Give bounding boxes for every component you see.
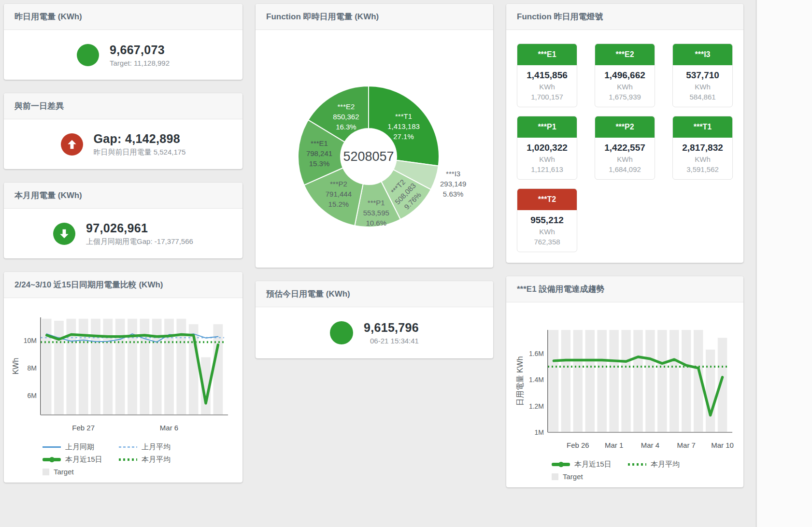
red-arrow-up-icon <box>61 133 83 156</box>
status-tile-target: 1,684,092 <box>595 165 655 173</box>
svg-text:日用電量 KWh: 日用電量 KWh <box>516 356 524 406</box>
legend-item-green-dotted: 本月平均 <box>119 455 195 464</box>
status-tile-value: 1,496,662 <box>595 70 655 81</box>
status-tile-target: 1,700,157 <box>517 93 577 101</box>
svg-text:KWh: KWh <box>12 358 20 375</box>
e1-trend-chart[interactable]: 1.6M1.4M1.2M1M日用電量 KWhFeb 26Mar 1Mar 4Ma… <box>513 327 738 453</box>
svg-text:Feb 26: Feb 26 <box>567 441 589 449</box>
status-tile-target: 3,591,562 <box>673 165 732 173</box>
card-month-usage-title: 本月用電量 (KWh) <box>4 183 242 209</box>
card-e1-trend-title: ***E1 設備用電達成趨勢 <box>506 276 743 302</box>
green-status-circle-icon <box>77 44 99 66</box>
blue-dashed-swatch-icon <box>119 446 137 448</box>
svg-text:1.6M: 1.6M <box>529 350 544 357</box>
status-tile-P1: ***P11,020,322KWh1,121,613 <box>517 116 577 180</box>
status-tile-header: ***E1 <box>517 44 577 65</box>
legend-label: Target <box>563 472 583 481</box>
status-tile-header: ***T1 <box>673 116 732 138</box>
card-month-usage: 本月用電量 (KWh) 97,026,961 上個月同期用電Gap: -17,3… <box>4 183 242 258</box>
legend-item-blue-solid: 上月同期 <box>43 442 119 452</box>
svg-text:Feb 27: Feb 27 <box>72 424 95 432</box>
status-tile-unit: KWh <box>673 155 732 163</box>
status-tile-E1: ***E11,415,856KWh1,700,157 <box>517 43 577 107</box>
svg-text:Mar 10: Mar 10 <box>711 441 734 449</box>
right-column: Function 昨日用電燈號 ***E11,415,856KWh1,700,1… <box>506 4 743 487</box>
legend-row: Target <box>552 472 738 481</box>
status-tile-value: 1,020,322 <box>517 142 577 153</box>
card-estimate-today-title: 預估今日用電量 (KWh) <box>256 281 493 307</box>
month-usage-value: 97,026,961 <box>86 221 193 235</box>
legend-item-blue-dashed: 上月平均 <box>119 442 195 452</box>
compare-chart-body: 10M8M6MKWhFeb 27Mar 6 上月同期上月平均本月近15日本月平均… <box>4 298 242 483</box>
status-tile-T2: ***T2955,212KWh762,358 <box>517 188 577 252</box>
status-tile-E2: ***E21,496,662KWh1,675,939 <box>595 43 655 107</box>
estimate-today-value: 9,615,796 <box>364 321 419 335</box>
svg-text:6M: 6M <box>28 392 37 399</box>
legend-label: 本月近15日 <box>574 460 612 469</box>
legend-item-green-thick: 本月近15日 <box>552 460 628 469</box>
left-column: 昨日用電量 (KWh) 9,667,073 Target: 11,128,992… <box>4 4 242 487</box>
card-yesterday-lights: Function 昨日用電燈號 ***E11,415,856KWh1,700,1… <box>506 4 743 263</box>
gap-previous-day-subtitle: 昨日與前日用電量 5,524,175 <box>94 148 186 157</box>
status-tile-target: 762,358 <box>517 238 577 246</box>
svg-text:1M: 1M <box>535 428 544 436</box>
compare-chart-legend: 上月同期上月平均本月近15日本月平均Target <box>11 435 237 477</box>
compare-chart[interactable]: 10M8M6MKWhFeb 27Mar 6 <box>11 314 237 435</box>
blue-solid-swatch-icon <box>43 446 61 448</box>
green-thick-swatch-icon <box>552 463 570 466</box>
status-tile-header: ***E2 <box>595 44 655 65</box>
status-tile-value: 537,710 <box>673 70 732 81</box>
gap-previous-day-stat: Gap: 4,142,898 昨日與前日用電量 5,524,175 <box>4 119 242 169</box>
legend-label: 上月同期 <box>65 442 94 452</box>
status-tile-unit: KWh <box>517 83 577 91</box>
status-tile-header: ***I3 <box>673 44 732 65</box>
legend-label: 本月平均 <box>142 455 171 464</box>
card-gap-previous-day: 與前一日差異 Gap: 4,142,898 昨日與前日用電量 5,524,175 <box>4 93 242 169</box>
status-tile-header: ***P2 <box>595 116 655 138</box>
status-tile-value: 1,415,856 <box>517 70 577 81</box>
legend-row: Target <box>43 468 237 476</box>
green-thick-swatch-icon <box>43 458 61 461</box>
svg-text:Mar 6: Mar 6 <box>160 424 178 432</box>
trend-chart-body: 1.6M1.4M1.2M1M日用電量 KWhFeb 26Mar 1Mar 4Ma… <box>506 302 743 487</box>
status-tile-unit: KWh <box>517 155 577 163</box>
card-estimate-today: 預估今日用電量 (KWh) 9,615,796 06-21 15:34:41 <box>256 281 493 358</box>
green-status-circle-icon <box>330 321 353 344</box>
function-status-tiles: ***E11,415,856KWh1,700,157***E21,496,662… <box>506 30 743 266</box>
legend-item-green-thick: 本月近15日 <box>43 455 119 464</box>
gray-square-swatch-icon <box>552 473 558 480</box>
gap-previous-day-value: Gap: 4,142,898 <box>94 132 186 146</box>
legend-row: 上月同期上月平均 <box>43 442 237 452</box>
middle-column: Function 即時日用電量 (KWh) ***T11,413,18327.1… <box>256 4 493 487</box>
green-arrow-down-icon <box>53 223 75 245</box>
status-tile-target: 584,861 <box>673 93 732 101</box>
card-15day-compare-chart: 2/24~3/10 近15日同期用電量比較 (KWh) 10M8M6MKWhFe… <box>4 272 242 483</box>
status-tile-unit: KWh <box>595 83 655 91</box>
legend-row: 本月近15日本月平均 <box>43 455 237 464</box>
month-usage-gap: 上個月同期用電Gap: -17,377,566 <box>86 237 193 246</box>
svg-text:Mar 4: Mar 4 <box>641 441 659 449</box>
month-usage-stat: 97,026,961 上個月同期用電Gap: -17,377,566 <box>4 209 242 258</box>
legend-label: 本月近15日 <box>65 455 102 464</box>
yesterday-usage-stat: 9,667,073 Target: 11,128,992 <box>4 30 242 80</box>
status-tile-value: 2,817,832 <box>673 142 732 153</box>
status-tile-unit: KWh <box>517 228 577 236</box>
legend-label: Target <box>54 468 74 476</box>
legend-row: 本月近15日本月平均 <box>552 460 738 469</box>
card-yesterday-usage-title: 昨日用電量 (KWh) <box>4 4 242 30</box>
legend-label: 本月平均 <box>651 460 680 469</box>
estimate-today-timestamp: 06-21 15:34:41 <box>364 337 419 345</box>
svg-text:10M: 10M <box>24 337 37 344</box>
e1-trend-legend: 本月近15日本月平均Target <box>513 453 738 482</box>
status-tile-I3: ***I3537,710KWh584,861 <box>672 43 733 107</box>
status-tile-unit: KWh <box>673 83 732 91</box>
svg-text:1.2M: 1.2M <box>529 402 544 410</box>
card-yesterday-usage: 昨日用電量 (KWh) 9,667,073 Target: 11,128,992 <box>4 4 242 80</box>
realtime-usage-donut-chart[interactable]: ***T11,413,18327.1%***I3293,1495.63%***T… <box>256 30 493 268</box>
status-tile-header: ***P1 <box>517 116 577 138</box>
estimate-today-stat: 9,615,796 06-21 15:34:41 <box>256 307 493 358</box>
legend-item-gray-square: Target <box>552 472 628 481</box>
status-tile-unit: KWh <box>595 155 655 163</box>
status-tile-target: 1,121,613 <box>517 165 577 173</box>
status-tile-P2: ***P21,422,557KWh1,684,092 <box>595 116 655 180</box>
